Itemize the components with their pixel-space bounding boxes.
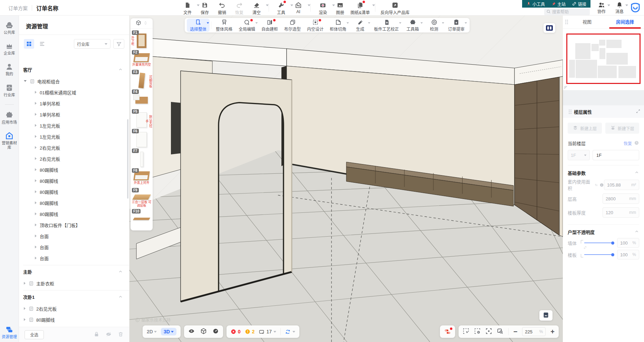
slider-value-box[interactable]: 100% <box>617 250 639 259</box>
new-upper-floor-button[interactable]: 新建上层 <box>568 123 602 134</box>
panel-count[interactable]: 17 <box>259 329 276 335</box>
library-dropdown[interactable]: 行业库 <box>74 39 110 49</box>
zoom-level-input[interactable] <box>525 329 536 334</box>
split-view-button[interactable] <box>544 23 555 33</box>
tree-row[interactable]: 2右见光板 <box>23 303 129 314</box>
协作-button[interactable]: 协作 <box>594 1 609 14</box>
chevron-collapsed-icon[interactable] <box>24 307 26 310</box>
tree-section-header-次卧1[interactable]: 次卧1 <box>23 291 129 303</box>
chevron-collapsed-icon[interactable] <box>24 318 26 321</box>
chevron-collapsed-icon[interactable] <box>35 235 37 237</box>
gauge-toggle-button[interactable] <box>212 328 219 335</box>
tree-row[interactable]: 1单列吊柜 <box>23 98 129 109</box>
display-toggle-button[interactable] <box>444 328 451 335</box>
chevron-collapsed-icon[interactable] <box>35 246 37 248</box>
param-value-box[interactable]: 105.88m² <box>604 180 639 190</box>
sidebar-item-行业库[interactable]: 行业库 <box>1 84 18 97</box>
sidebar-item-企业库[interactable]: 企业库 <box>1 42 18 56</box>
tree-row[interactable]: 80踢脚线 <box>23 197 129 208</box>
zoom-out-button[interactable]: − <box>513 328 518 335</box>
zoom-area-button[interactable] <box>497 328 503 335</box>
view-mode-2D-button[interactable]: 2D <box>147 329 157 334</box>
tree-row[interactable]: 顶收口板件【门板】 <box>23 219 129 230</box>
grid-view-button[interactable] <box>24 39 34 49</box>
toolbar-反向导入产品库-button[interactable]: 反向导入产品库 <box>379 1 411 15</box>
fkey-item-F10[interactable]: F10 <box>131 210 153 227</box>
fkey-item-F3[interactable]: F3可翻背板 <box>131 71 153 88</box>
floor-select[interactable]: 1F <box>568 150 590 160</box>
edit-tool-全局编辑-button[interactable]: 全局编辑 <box>236 19 258 32</box>
chevron-collapsed-icon[interactable] <box>35 179 37 182</box>
chevron-collapsed-icon[interactable] <box>35 190 37 193</box>
basic-params-header[interactable]: 基础参数 <box>568 168 639 178</box>
filter-button[interactable] <box>113 39 124 49</box>
tree-section-header-主卧[interactable]: 主卧 <box>23 265 129 278</box>
chevron-collapsed-icon[interactable] <box>35 102 37 105</box>
history-clock-icon[interactable] <box>634 140 639 146</box>
edit-tool-检测-button[interactable]: 检测 <box>423 19 445 32</box>
toolbar-AI-button[interactable]: AI <box>290 1 307 14</box>
chevron-collapsed-icon[interactable] <box>35 91 37 94</box>
eye-toggle-button[interactable] <box>188 328 195 335</box>
edit-tool-板件工艺校正-button[interactable]: 板件工艺校正 <box>371 19 402 32</box>
chevron-collapsed-icon[interactable] <box>35 168 37 171</box>
fkey-item-F8[interactable]: F8外盖上对齐 <box>131 169 153 187</box>
fkey-item-F5[interactable]: F5默认无拉手 <box>131 110 153 127</box>
chevron-collapsed-icon[interactable] <box>35 201 37 204</box>
lock-icon[interactable] <box>94 331 99 338</box>
edit-tool-工具箱-button[interactable]: 工具箱 <box>402 19 423 32</box>
quick-link-链接[interactable]: 链接 <box>572 1 586 7</box>
edit-tool-选择整体-button[interactable]: 选择整体 <box>187 19 210 32</box>
edit-tool-整体风格-button[interactable]: 整体风格 <box>213 19 236 32</box>
drag-handle[interactable] <box>569 110 571 114</box>
chevron-expanded-icon[interactable] <box>24 80 27 83</box>
tree-row[interactable]: 1左见光板 <box>23 120 129 131</box>
chevron-up-down-icon[interactable] <box>143 21 148 26</box>
sync-button[interactable] <box>285 329 295 335</box>
chevron-up-icon[interactable] <box>634 170 639 176</box>
param-value-box[interactable]: 2800mm <box>603 193 639 204</box>
chevron-collapsed-icon[interactable] <box>35 146 37 149</box>
tree-row[interactable]: 80踢脚线 <box>23 186 129 197</box>
tree-row[interactable]: 80踢脚线 <box>23 314 129 325</box>
edit-tool-柜体切角-button[interactable]: 柜体切角 <box>327 19 349 32</box>
opacity-header[interactable]: 户型不透明度 <box>568 227 639 237</box>
tab-视图[interactable]: 视图 <box>568 16 606 29</box>
edit-tool-自由建柜-button[interactable]: 自由建柜 <box>258 19 281 32</box>
sidebar-item-资源管理[interactable]: 资源管理 <box>1 325 18 339</box>
floorplan-room[interactable] <box>606 53 628 65</box>
focus-center-button[interactable] <box>486 328 492 335</box>
toolbar-渲染-button[interactable]: 渲染 <box>314 1 331 15</box>
list-view-button[interactable] <box>37 39 47 49</box>
edit-tool-生成-button[interactable]: 生成 <box>349 19 371 32</box>
snapshot-board-button[interactable] <box>539 310 552 321</box>
tree-section-header-客厅[interactable]: 客厅 <box>23 63 129 76</box>
select-all-button[interactable]: 全选 <box>25 330 44 339</box>
brand-logo[interactable] <box>630 2 641 13</box>
tree-row[interactable]: 80踢脚线 <box>23 164 129 175</box>
new-lower-floor-button[interactable]: 新建下层 <box>605 123 640 134</box>
toolbar-恢复-button[interactable]: 恢复 <box>231 1 248 15</box>
quick-link-主站[interactable]: 主站 <box>551 1 566 7</box>
floorplan-room[interactable] <box>598 66 617 78</box>
tree-row[interactable]: 主卧衣柜 <box>23 278 129 289</box>
resize-handle[interactable] <box>563 85 644 90</box>
floorplan-room[interactable] <box>606 40 622 48</box>
fkey-item-F1[interactable]: F1外下柜 <box>131 31 153 49</box>
expand-icon[interactable] <box>636 109 641 115</box>
drag-handle[interactable] <box>565 20 568 24</box>
fkey-item-F2[interactable]: F2外置填充内空 <box>131 51 153 68</box>
chevron-collapsed-icon[interactable] <box>24 282 26 285</box>
restore-link[interactable]: 恢复 <box>624 140 632 146</box>
sidebar-item-公共库[interactable]: 公共库 <box>1 21 18 35</box>
tree-row[interactable]: 台面 <box>23 230 129 241</box>
marquee-select-button[interactable] <box>463 328 469 335</box>
tree-row[interactable]: 台面 <box>23 253 129 264</box>
chevron-collapsed-icon[interactable] <box>35 157 37 160</box>
chevron-collapsed-icon[interactable] <box>35 135 37 138</box>
chevron-collapsed-icon[interactable] <box>35 212 37 215</box>
chain-link-icon[interactable] <box>583 245 587 251</box>
toolbar-保存-button[interactable]: 保存 <box>196 1 213 15</box>
tree-row[interactable]: 台面 <box>23 241 129 253</box>
help-search[interactable] <box>544 9 590 15</box>
